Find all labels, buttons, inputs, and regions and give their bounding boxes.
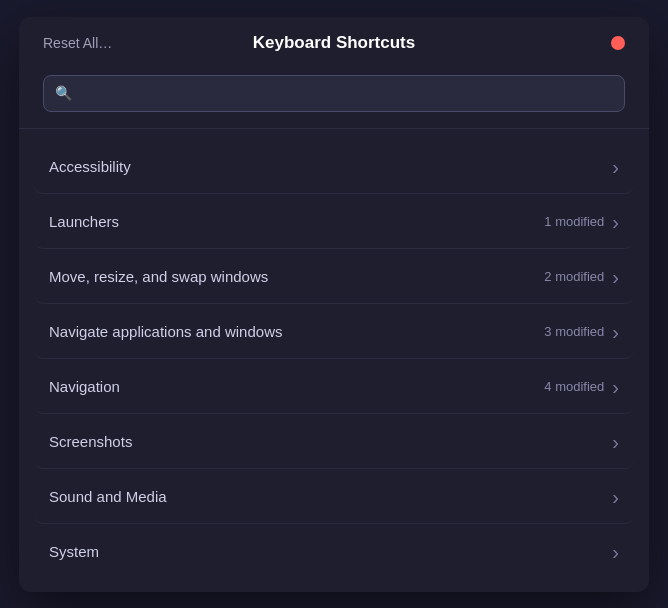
- shortcut-item-accessibility[interactable]: Accessibility›: [35, 141, 633, 194]
- arrow-icon-launchers: ›: [612, 212, 619, 232]
- arrow-icon-move-resize-swap: ›: [612, 267, 619, 287]
- arrow-icon-system: ›: [612, 542, 619, 562]
- close-button[interactable]: [611, 36, 625, 50]
- shortcut-item-system[interactable]: System›: [35, 526, 633, 578]
- shortcut-right-screenshots: ›: [612, 432, 619, 452]
- modal-title: Keyboard Shortcuts: [253, 33, 415, 53]
- arrow-icon-accessibility: ›: [612, 157, 619, 177]
- keyboard-shortcuts-modal: Reset All… Keyboard Shortcuts 🔍 Accessib…: [19, 17, 649, 592]
- reset-all-button[interactable]: Reset All…: [43, 35, 112, 51]
- shortcut-label-sound-media: Sound and Media: [49, 488, 167, 505]
- shortcut-label-system: System: [49, 543, 99, 560]
- search-container: 🔍: [19, 67, 649, 128]
- shortcut-label-launchers: Launchers: [49, 213, 119, 230]
- shortcut-label-navigation: Navigation: [49, 378, 120, 395]
- modified-badge-launchers: 1 modified: [544, 214, 604, 229]
- modal-header: Reset All… Keyboard Shortcuts: [19, 17, 649, 67]
- shortcut-right-accessibility: ›: [612, 157, 619, 177]
- shortcuts-list: Accessibility›Launchers1 modified›Move, …: [19, 129, 649, 592]
- shortcut-label-navigate-apps-windows: Navigate applications and windows: [49, 323, 282, 340]
- shortcut-right-launchers: 1 modified›: [544, 212, 619, 232]
- shortcut-item-launchers[interactable]: Launchers1 modified›: [35, 196, 633, 249]
- shortcut-label-move-resize-swap: Move, resize, and swap windows: [49, 268, 268, 285]
- shortcut-right-navigate-apps-windows: 3 modified›: [544, 322, 619, 342]
- shortcut-right-system: ›: [612, 542, 619, 562]
- shortcut-item-navigate-apps-windows[interactable]: Navigate applications and windows3 modif…: [35, 306, 633, 359]
- shortcut-item-screenshots[interactable]: Screenshots›: [35, 416, 633, 469]
- shortcut-right-sound-media: ›: [612, 487, 619, 507]
- modified-badge-navigation: 4 modified: [544, 379, 604, 394]
- arrow-icon-navigation: ›: [612, 377, 619, 397]
- shortcut-label-screenshots: Screenshots: [49, 433, 132, 450]
- shortcut-item-move-resize-swap[interactable]: Move, resize, and swap windows2 modified…: [35, 251, 633, 304]
- arrow-icon-sound-media: ›: [612, 487, 619, 507]
- search-wrapper: 🔍: [43, 75, 625, 112]
- shortcut-item-navigation[interactable]: Navigation4 modified›: [35, 361, 633, 414]
- shortcut-item-sound-media[interactable]: Sound and Media›: [35, 471, 633, 524]
- arrow-icon-navigate-apps-windows: ›: [612, 322, 619, 342]
- modified-badge-move-resize-swap: 2 modified: [544, 269, 604, 284]
- arrow-icon-screenshots: ›: [612, 432, 619, 452]
- search-input[interactable]: [43, 75, 625, 112]
- shortcut-right-move-resize-swap: 2 modified›: [544, 267, 619, 287]
- shortcut-label-accessibility: Accessibility: [49, 158, 131, 175]
- modified-badge-navigate-apps-windows: 3 modified: [544, 324, 604, 339]
- shortcut-right-navigation: 4 modified›: [544, 377, 619, 397]
